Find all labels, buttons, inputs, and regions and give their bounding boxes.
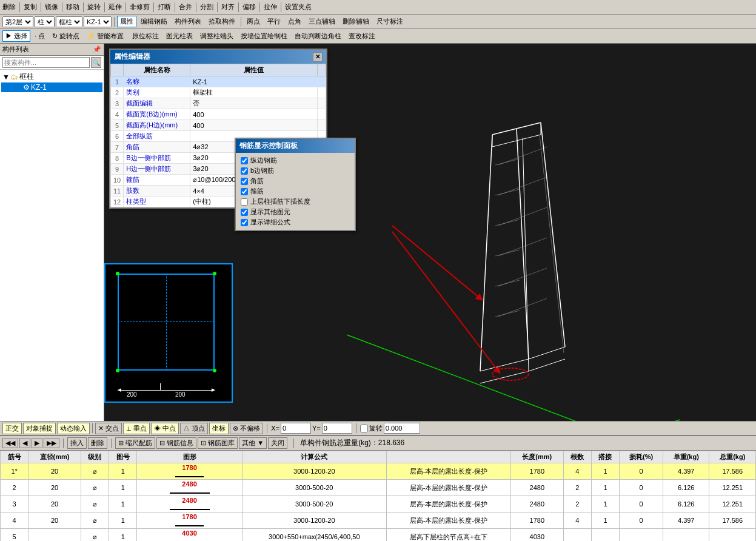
bottom-table-container[interactable]: 筋号 直径(mm) 级别 图号 图形 计算公式 长度(mm) 根数 搭接 损耗(…: [0, 451, 756, 541]
btn-prev[interactable]: ◀: [19, 438, 30, 448]
btn-close[interactable]: 关闭: [268, 437, 287, 449]
left-panel-pin[interactable]: 📌: [93, 45, 101, 53]
btn-rebar-info[interactable]: ⊟ 钢筋信息: [156, 437, 196, 449]
search-input[interactable]: [2, 57, 90, 68]
btn-property[interactable]: 属性: [117, 16, 136, 27]
btn-no-offset[interactable]: ⊗ 不偏移: [230, 423, 263, 434]
cb-stirrup[interactable]: [241, 188, 248, 195]
layer-select[interactable]: 第2层: [2, 16, 33, 27]
table-row[interactable]: 3 20 ⌀ 1 2480 3000-500-20 层高-本层的露出长度-保护 …: [1, 496, 756, 512]
rotate-input[interactable]: [384, 423, 420, 434]
btn-parallel[interactable]: 平行: [264, 16, 284, 27]
prop-row[interactable]: 4 截面宽(B边)(mm) 400: [111, 109, 326, 120]
th-formula: 计算公式: [242, 451, 386, 463]
btn-scale-rebar[interactable]: ⊞ 缩尺配筋: [115, 437, 155, 449]
btn-del[interactable]: 删除: [88, 437, 107, 449]
prop-row-scroll: [318, 109, 326, 120]
btn-snap[interactable]: 对象捕捉: [23, 423, 56, 434]
btn-three-point[interactable]: 三点辅轴: [306, 16, 338, 27]
toolbar-trim[interactable]: 非修剪: [130, 2, 150, 12]
type-select[interactable]: 柱: [35, 16, 55, 27]
btn-rebar-lib[interactable]: ⊡ 钢筋图库: [198, 437, 238, 449]
btn-edit-rebar[interactable]: 编辑钢筋: [138, 16, 170, 27]
sep: [281, 2, 281, 12]
btn-first[interactable]: ◀◀: [2, 438, 18, 448]
btn-column-table[interactable]: 图元柱表: [163, 30, 196, 42]
btn-other[interactable]: 其他 ▼: [239, 437, 267, 449]
search-btn[interactable]: 🔍: [91, 57, 101, 68]
prop-row[interactable]: 5 截面高(H边)(mm) 400: [111, 120, 326, 131]
btn-select[interactable]: ▶ 选择: [2, 30, 30, 42]
sep: [104, 2, 105, 12]
cb-longitudinal-side[interactable]: [241, 157, 248, 164]
btn-vertex[interactable]: △ 顶点: [180, 423, 208, 434]
btn-last[interactable]: ▶▶: [44, 438, 59, 448]
sep: [259, 2, 260, 12]
x-input[interactable]: [281, 423, 311, 434]
cb-b-side[interactable]: [241, 167, 248, 175]
prop-row[interactable]: 1 名称 KZ-1: [111, 76, 326, 87]
toolbar-stretch[interactable]: 拉伸: [264, 2, 277, 12]
btn-two-point[interactable]: 两点: [244, 16, 263, 27]
btn-point-angle[interactable]: 点角: [285, 16, 304, 27]
table-row[interactable]: 2 20 ⌀ 1 2480 3000-500-20 层高-本层的露出长度-保护 …: [1, 480, 756, 496]
tree-item-kz1[interactable]: ⚙ KZ-1: [1, 82, 102, 92]
rotate-check[interactable]: [360, 425, 368, 432]
btn-next[interactable]: ▶: [32, 438, 42, 448]
btn-intersect[interactable]: ✕ 交点: [95, 423, 122, 434]
btn-dynamic[interactable]: 动态输入: [57, 423, 90, 434]
id-select[interactable]: KZ-1: [84, 16, 112, 27]
btn-adjust-end[interactable]: 调整柱端头: [197, 30, 236, 42]
btn-ortho[interactable]: 正交: [2, 423, 22, 434]
toolbar-mirror[interactable]: 镜像: [45, 2, 58, 12]
btn-member-list[interactable]: 构件列表: [172, 16, 204, 27]
table-row[interactable]: 1* 20 ⌀ 1 1780 3000-1200-20 层高-本层的露出长度-保…: [1, 463, 756, 480]
btn-modify-annot[interactable]: 查改标注: [346, 30, 378, 42]
toolbar-align[interactable]: 对齐: [221, 2, 235, 12]
cb-show-formula[interactable]: [241, 219, 248, 226]
toolbar-offset[interactable]: 偏移: [243, 2, 256, 12]
btn-midpoint[interactable]: ◈ 中点: [151, 423, 179, 434]
td-num: 4: [1, 512, 28, 529]
y-input[interactable]: [322, 423, 352, 434]
btn-coord[interactable]: 坐标: [209, 423, 229, 434]
btn-inplace-annot[interactable]: 原位标注: [129, 30, 162, 42]
btn-point[interactable]: · 点: [32, 30, 48, 42]
cb-upper-insert[interactable]: [241, 198, 248, 206]
tree-item-folder[interactable]: ▼ 🗂 框柱: [1, 71, 102, 82]
toolbar-merge[interactable]: 合并: [179, 2, 192, 12]
toolbar-setpoint[interactable]: 设置夹点: [285, 2, 312, 12]
subtype-select[interactable]: 框柱: [56, 16, 82, 27]
btn-insert[interactable]: 插入: [67, 437, 87, 449]
prop-editor-close[interactable]: ✕: [313, 52, 323, 62]
prop-row[interactable]: 3 截面编辑 否: [111, 98, 326, 109]
prop-row-val: 400: [190, 109, 318, 120]
btn-smart-place[interactable]: ⚡ 智能布置: [84, 30, 127, 42]
folder-icon: 🗂: [11, 73, 18, 81]
toolbar-move[interactable]: 移动: [66, 2, 79, 12]
cb-corner[interactable]: [241, 178, 248, 185]
sep: [83, 2, 84, 12]
toolbar-delete[interactable]: 删除: [2, 2, 16, 12]
btn-rotate-point[interactable]: ↻ 旋转点: [49, 30, 82, 42]
prop-row-num: 5: [111, 120, 124, 131]
btn-draw-by-wall[interactable]: 按墙位置绘制柱: [238, 30, 290, 42]
btn-pick-member[interactable]: 拾取构件: [206, 16, 238, 27]
toolbar-break[interactable]: 打断: [158, 2, 171, 12]
toolbar-extend[interactable]: 延伸: [109, 2, 122, 12]
btn-del-aux[interactable]: 删除辅轴: [340, 16, 372, 27]
prop-row[interactable]: 2 类别 框架柱: [111, 87, 326, 98]
toolbar-rotate[interactable]: 旋转: [87, 2, 101, 12]
th-diam: 直径(mm): [28, 451, 81, 463]
btn-auto-corner[interactable]: 自动判断边角柱: [292, 30, 344, 42]
toolbar-copy[interactable]: 复制: [24, 2, 37, 12]
toolbar-split[interactable]: 分割: [200, 2, 213, 12]
cb-other-elem[interactable]: [241, 209, 248, 216]
td-unit-w: 6.126: [663, 480, 709, 496]
canvas-area[interactable]: 3000 4 5 0 属性编辑器 ✕: [104, 44, 756, 421]
table-row[interactable]: 4 20 ⌀ 1 1780 3000-1200-20 层高-本层的露出长度-保护…: [1, 512, 756, 529]
rebar-panel-title: 钢筋显示控制面板: [236, 139, 355, 153]
table-row[interactable]: 5 ⌀ 1 4030 3000+550+max(2450/6,400,50 层高…: [1, 529, 756, 542]
btn-perp[interactable]: ⊥ 垂点: [123, 423, 150, 434]
btn-dim[interactable]: 尺寸标注: [373, 16, 406, 27]
